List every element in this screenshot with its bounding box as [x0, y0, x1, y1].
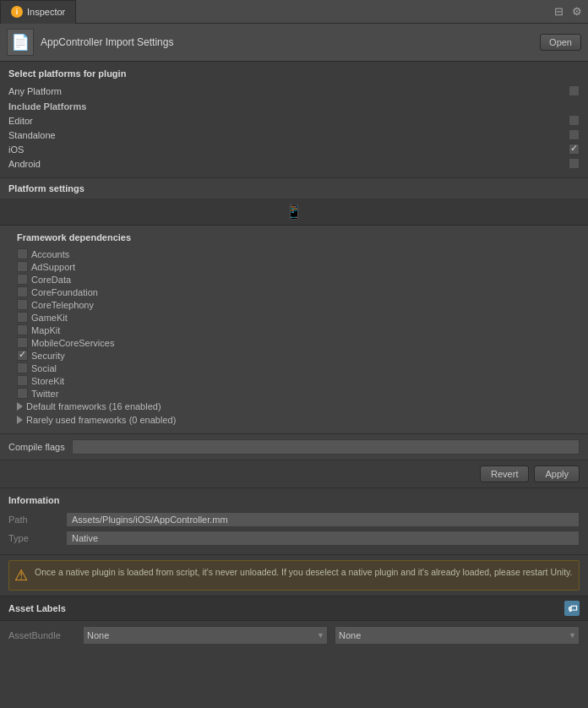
security-checkbox[interactable]: [17, 350, 28, 361]
social-label: Social: [31, 363, 57, 373]
assetbundle-row: AssetBundle None ▼ None ▼: [0, 621, 588, 650]
assetbundle-label: AssetBundle: [8, 630, 76, 640]
corefoundation-checkbox[interactable]: [17, 286, 28, 297]
corefoundation-label: CoreFoundation: [31, 287, 98, 297]
action-buttons: Revert Apply: [0, 460, 588, 488]
information-section: Information Path Assets/Plugins/iOS/AppC…: [0, 488, 588, 555]
path-row: Path Assets/Plugins/iOS/AppController.mm: [8, 510, 580, 529]
default-frameworks-row[interactable]: Default frameworks (16 enabled): [17, 400, 580, 413]
android-checkbox[interactable]: [569, 158, 580, 169]
title-bar-actions: ⊟ ⚙: [551, 4, 588, 19]
coredata-label: CoreData: [31, 275, 71, 285]
ios-label: iOS: [8, 144, 24, 155]
framework-accounts: Accounts: [17, 248, 580, 260]
adsupport-label: AdSupport: [31, 262, 75, 272]
framework-deps-section: Framework dependencies Accounts AdSuppor…: [0, 226, 588, 433]
asset-labels-header: Asset Labels 🏷: [0, 596, 588, 621]
coretelephony-checkbox[interactable]: [17, 299, 28, 310]
path-value: Assets/Plugins/iOS/AppController.mm: [66, 512, 580, 527]
any-platform-label: Any Platform: [8, 86, 62, 96]
twitter-checkbox[interactable]: [17, 388, 28, 399]
include-platforms-label: Include Platforms: [8, 101, 580, 112]
inspector-icon: i: [11, 6, 23, 18]
warning-text: Once a native plugin is loaded from scri…: [35, 566, 573, 579]
framework-corefoundation: CoreFoundation: [17, 286, 580, 298]
any-platform-checkbox[interactable]: [569, 85, 580, 96]
gamekit-label: GameKit: [31, 313, 68, 323]
type-value: Native: [66, 531, 580, 546]
android-label: Android: [8, 159, 41, 169]
editor-checkbox[interactable]: [569, 115, 580, 126]
assetbundle-select-wrapper: None ▼: [83, 626, 328, 645]
framework-deps-title: Framework dependencies: [17, 232, 580, 242]
coredata-checkbox[interactable]: [17, 274, 28, 285]
storekit-label: StoreKit: [31, 376, 64, 386]
compile-flags-label: Compile flags: [8, 442, 65, 452]
framework-social: Social: [17, 362, 580, 374]
framework-mapkit: MapKit: [17, 324, 580, 336]
path-label: Path: [8, 515, 59, 525]
editor-platform-row: Editor: [8, 113, 580, 128]
framework-adsupport: AdSupport: [17, 260, 580, 273]
platform-section-title: Select platforms for plugin: [8, 68, 580, 79]
default-frameworks-label: Default frameworks (16 enabled): [26, 401, 161, 411]
compile-flags-input[interactable]: [72, 439, 580, 455]
any-platform-row: Any Platform: [8, 84, 580, 98]
framework-mobilecoreservices: MobileCoreServices: [17, 336, 580, 349]
standalone-label: Standalone: [8, 130, 56, 140]
standalone-checkbox[interactable]: [569, 129, 580, 140]
lock-icon-btn[interactable]: ⊟: [551, 4, 566, 19]
assetbundle-select[interactable]: None: [83, 626, 328, 645]
mobilecoreservices-checkbox[interactable]: [17, 337, 28, 348]
framework-storekit: StoreKit: [17, 374, 580, 387]
platform-settings-title: Platform settings: [0, 178, 588, 199]
framework-security: Security: [17, 349, 580, 362]
coretelephony-label: CoreTelephony: [31, 300, 94, 310]
rare-frameworks-triangle: [17, 416, 23, 424]
rare-frameworks-label: Rarely used frameworks (0 enabled): [26, 415, 176, 425]
inspector-tab[interactable]: i Inspector: [0, 0, 76, 24]
platform-select-section: Select platforms for plugin Any Platform…: [0, 62, 588, 178]
compile-flags-row: Compile flags: [0, 433, 588, 460]
mapkit-checkbox[interactable]: [17, 324, 28, 335]
information-title: Information: [8, 495, 580, 505]
security-label: Security: [31, 351, 65, 361]
warning-icon: ⚠: [14, 566, 28, 585]
framework-coredata: CoreData: [17, 273, 580, 286]
ios-platform-row: iOS: [8, 142, 580, 156]
tab-label: Inspector: [27, 7, 65, 17]
title-bar: i Inspector ⊟ ⚙: [0, 0, 588, 24]
adsupport-checkbox[interactable]: [17, 261, 28, 272]
asset-labels-title: Asset Labels: [8, 603, 66, 613]
framework-coretelephony: CoreTelephony: [17, 298, 580, 311]
gamekit-checkbox[interactable]: [17, 312, 28, 323]
type-label: Type: [8, 533, 59, 543]
rare-frameworks-row[interactable]: Rarely used frameworks (0 enabled): [17, 413, 580, 427]
asset-title: AppController Import Settings: [41, 36, 533, 48]
storekit-checkbox[interactable]: [17, 375, 28, 386]
mapkit-label: MapKit: [31, 325, 60, 335]
mobile-device-tab[interactable]: 📱: [279, 202, 309, 221]
asset-file-icon: 📄: [7, 29, 34, 56]
apply-button[interactable]: Apply: [534, 466, 580, 482]
default-frameworks-triangle: [17, 402, 23, 411]
revert-button[interactable]: Revert: [480, 466, 529, 482]
android-platform-row: Android: [8, 156, 580, 171]
device-tabs: 📱: [0, 199, 588, 226]
accounts-label: Accounts: [31, 249, 69, 259]
platform-settings-section: Platform settings 📱 Framework dependenci…: [0, 178, 588, 460]
accounts-checkbox[interactable]: [17, 248, 28, 259]
assetbundle-variant-select[interactable]: None: [335, 626, 580, 645]
framework-gamekit: GameKit: [17, 311, 580, 324]
mobilecoreservices-label: MobileCoreServices: [31, 338, 114, 348]
open-button[interactable]: Open: [540, 34, 581, 51]
assetbundle-variant-select-wrapper: None ▼: [335, 626, 580, 645]
social-checkbox[interactable]: [17, 362, 28, 373]
asset-labels-icon: 🏷: [564, 601, 580, 616]
type-row: Type Native: [8, 529, 580, 547]
standalone-platform-row: Standalone: [8, 128, 580, 142]
asset-header: 📄 AppController Import Settings Open: [0, 24, 588, 62]
warning-box: ⚠ Once a native plugin is loaded from sc…: [8, 560, 580, 591]
settings-icon-btn[interactable]: ⚙: [569, 4, 585, 19]
ios-checkbox[interactable]: [569, 144, 580, 155]
